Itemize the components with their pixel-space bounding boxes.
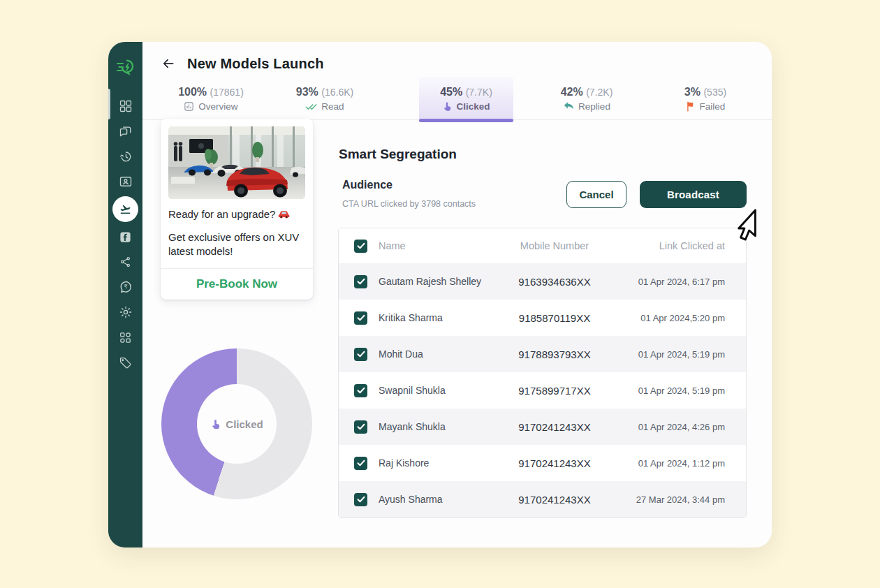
overview-count: (17861): [210, 87, 244, 98]
tab-clicked[interactable]: 45% (7.7K) Clicked: [419, 77, 513, 120]
contact-mobile: 9175899717XX: [509, 385, 600, 397]
pointer-hand-icon: [442, 101, 452, 112]
contact-name: Mayank Shukla: [376, 421, 509, 432]
contact-name: Swapnil Shukla: [376, 385, 509, 396]
dashboard-grid-icon: [119, 99, 133, 113]
history-clock-icon: [119, 149, 133, 163]
table-row: Mayank Shukla 9170241243XX 01 Apr 2024, …: [339, 409, 746, 445]
broadcast-button[interactable]: Broadcast: [640, 181, 747, 208]
flag-icon: [686, 101, 696, 112]
contact-clicked-at: 01 Apr 2024, 6:17 pm: [600, 277, 746, 287]
preview-body: Get exclusive offers on XUV latest model…: [168, 230, 305, 258]
apps-grid-icon: [119, 331, 132, 344]
showroom-image: [168, 126, 305, 199]
cancel-button[interactable]: Cancel: [566, 181, 626, 208]
sidebar-item-dashboard[interactable]: [114, 94, 138, 118]
audience-label: Audience: [342, 179, 393, 191]
clicked-percent: 45%: [440, 86, 462, 98]
row-checkbox[interactable]: [354, 384, 367, 397]
sidebar-item-tags[interactable]: [114, 351, 138, 374]
sidebar-item-history[interactable]: [114, 145, 138, 168]
tab-replied[interactable]: 42% (7.2K) Replied: [538, 77, 636, 120]
sidebar-item-chats[interactable]: [114, 119, 138, 143]
contact-clicked-at: 27 Mar 2024, 3:44 pm: [600, 494, 746, 505]
sidebar-item-payments[interactable]: ₹: [114, 275, 138, 299]
svg-text:₹: ₹: [124, 284, 127, 290]
reply-arrow-icon: [563, 101, 574, 111]
tab-clicked-label: Clicked: [456, 101, 490, 112]
contact-mobile: 9170241243XX: [509, 457, 600, 469]
column-header-clicked-at: Link Clicked at: [600, 240, 746, 251]
contacts-table: Name Mobile Number Link Clicked at Gauta…: [338, 228, 747, 518]
overview-percent: 100%: [178, 86, 207, 98]
replied-count: (7.2K): [586, 87, 613, 98]
column-header-mobile: Mobile Number: [509, 240, 600, 251]
back-button[interactable]: [159, 54, 177, 73]
page-title: New Models Launch: [187, 56, 324, 72]
contact-name: Gautam Rajesh Shelley: [376, 276, 509, 287]
contact-clicked-at: 01 Apr 2024, 4:26 pm: [600, 422, 746, 432]
column-header-name: Name: [376, 240, 509, 251]
chat-bubbles-icon: [119, 124, 133, 138]
row-checkbox[interactable]: [354, 311, 367, 325]
arrow-left-icon: [161, 57, 176, 71]
tab-overview-label: Overview: [198, 101, 237, 112]
sidebar: ₹: [108, 42, 142, 547]
donut-chart: Clicked: [161, 348, 312, 499]
section-title: Smart Segregation: [339, 147, 457, 162]
bar-chart-icon: [184, 101, 194, 112]
read-percent: 93%: [296, 86, 318, 98]
tab-failed[interactable]: 3% (535) Failed: [657, 77, 754, 120]
tab-replied-label: Replied: [578, 101, 610, 112]
row-checkbox[interactable]: [354, 420, 367, 434]
double-check-icon: [305, 102, 317, 111]
row-checkbox[interactable]: [354, 493, 367, 506]
sidebar-item-facebook[interactable]: [114, 225, 138, 249]
select-all-checkbox[interactable]: [354, 240, 367, 253]
tab-failed-label: Failed: [700, 101, 726, 112]
row-checkbox[interactable]: [354, 348, 367, 361]
row-checkbox[interactable]: [354, 275, 367, 288]
contact-name: Ayush Sharma: [376, 494, 509, 505]
contact-mobile: 9163934636XX: [509, 276, 600, 288]
app-window: ₹ New Models Laun: [108, 42, 772, 547]
donut-center-label: Clicked: [226, 418, 263, 430]
sidebar-scroll-indicator: [108, 89, 110, 119]
contact-name: Mohit Dua: [376, 348, 509, 360]
gear-icon: [119, 305, 133, 319]
sidebar-item-settings[interactable]: [114, 300, 138, 324]
sidebar-item-campaigns[interactable]: [112, 196, 138, 222]
facebook-icon: [119, 230, 132, 244]
sidebar-item-integrations[interactable]: [114, 250, 138, 274]
pointer-hand-icon: [210, 418, 221, 430]
contact-name: Kritika Sharma: [376, 312, 509, 323]
contact-card-icon: [119, 175, 133, 189]
audience-caption: CTA URL clicked by 3798 contacts: [342, 199, 476, 209]
sidebar-item-apps[interactable]: [114, 325, 138, 349]
tab-overview[interactable]: 100% (17861) Overview: [161, 77, 261, 120]
rupee-bubble-icon: ₹: [119, 280, 133, 294]
message-preview-card: Ready for an upgrade? Get exclusive offe…: [161, 119, 313, 300]
contact-name: Raj Kishore: [376, 457, 509, 469]
stats-tab-bar: 100% (17861) Overview 93% (16.6K) Read 4…: [142, 77, 772, 120]
contact-mobile: 9185870119XX: [509, 312, 600, 324]
prebook-cta-button[interactable]: Pre-Book Now: [161, 268, 313, 300]
contact-mobile: 9178893793XX: [509, 348, 600, 360]
app-logo-icon: [116, 59, 135, 79]
contact-clicked-at: 01 Apr 2024, 5:19 pm: [600, 385, 746, 396]
table-row: Raj Kishore 9170241243XX 01 Apr 2024, 1:…: [339, 445, 746, 481]
sidebar-item-contacts[interactable]: [114, 170, 138, 193]
contact-clicked-at: 01 Apr 2024, 1:12 pm: [600, 458, 746, 469]
main-panel: New Models Launch 100% (17861) Overview …: [142, 42, 772, 547]
page-header: New Models Launch: [159, 54, 324, 73]
tab-read[interactable]: 93% (16.6K) Read: [276, 77, 374, 120]
contact-mobile: 9170241243XX: [509, 494, 600, 506]
preview-headline: Ready for an upgrade?: [168, 208, 275, 220]
contact-clicked-at: 01 Apr 2024, 5:19 pm: [600, 349, 746, 360]
table-row: Kritika Sharma 9185870119XX 01 Apr 2024,…: [339, 300, 746, 336]
tag-icon: [119, 356, 132, 369]
table-header-row: Name Mobile Number Link Clicked at: [339, 228, 746, 263]
row-checkbox[interactable]: [354, 457, 367, 470]
read-count: (16.6K): [321, 87, 353, 98]
flight-takeoff-icon: [119, 203, 131, 215]
